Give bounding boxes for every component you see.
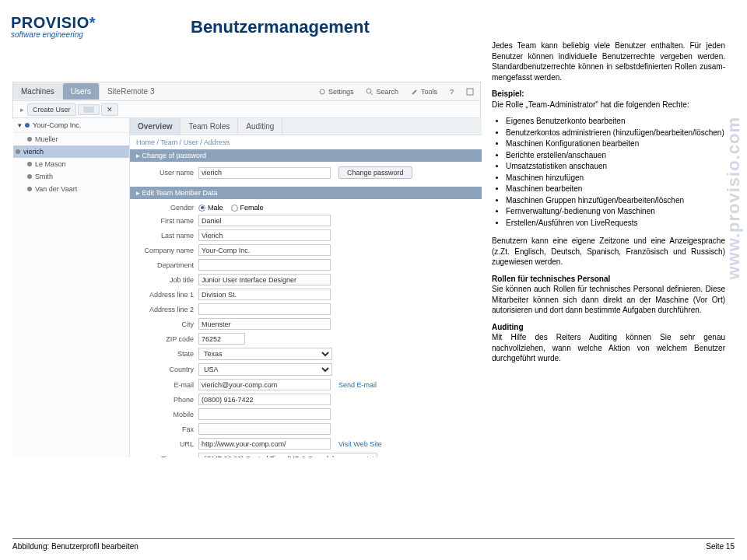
search-icon [366,88,374,96]
addr1-label: Address line 1 [136,291,198,299]
send-email-link[interactable]: Send E-mail [338,381,377,389]
intro-text: Jedes Team kann beliebig viele Benutzer … [492,40,725,82]
firstname-label: First name [136,217,198,225]
settings-link[interactable]: Settings [312,85,360,99]
timezone-text: Benutzern kann eine eigene Zeitzone und … [492,236,725,268]
footer-caption: Abbildung: Benutzerprofil bearbeiten [12,542,139,551]
roles-header: Rollen für technisches Personal [492,275,610,283]
sidebar-user-vierich[interactable]: vierich [13,145,129,158]
change-password-button[interactable]: Change password [338,166,412,179]
app-screenshot: Machines Users SiteRemote 3 Settings Sea… [12,82,481,119]
addr2-label: Address line 2 [136,306,198,313]
footer-page: Seite 15 [706,542,735,551]
tools-link[interactable]: Tools [405,85,444,99]
subtabs: Overview Team Roles Auditing [130,118,482,135]
svg-rect-3 [467,89,473,95]
radio-female[interactable] [231,205,238,212]
subtab-teamroles[interactable]: Team Roles [181,118,238,135]
list-item: Berichte erstellen/anschauen [506,150,725,161]
product-name: SiteRemote 3 [107,87,155,96]
url-input[interactable] [198,438,331,450]
state-select[interactable]: Texas [198,348,332,360]
svg-point-0 [320,89,324,94]
help-icon[interactable]: ? [444,85,460,99]
exit-icon[interactable] [460,85,480,99]
phone-label: Phone [136,396,198,404]
svg-line-2 [370,93,373,95]
auditing-header: Auditing [492,323,524,331]
top-tabbar: Machines Users SiteRemote 3 Settings Sea… [13,82,480,101]
city-label: City [136,320,198,328]
firstname-input[interactable] [198,215,331,226]
list-item: Maschinen Konfigurationen bearbeiten [506,138,725,149]
sidebar-user-mueller[interactable]: Mueller [13,133,129,145]
vertical-url: www.provisio.com [724,117,744,280]
radio-male[interactable] [198,205,205,212]
search-link[interactable]: Search [359,85,405,99]
zip-label: ZIP code [136,335,198,343]
jobtitle-input[interactable] [198,274,331,285]
sidebar-user-smith[interactable]: Smith [13,170,129,183]
city-input[interactable] [198,318,331,330]
logo-brand: PROVISIO* [11,14,96,32]
logo: PROVISIO* software engineering [11,14,96,39]
phone-input[interactable] [198,394,331,405]
username-input[interactable] [198,167,331,179]
company-input[interactable] [198,244,331,256]
country-select[interactable]: USA [198,363,332,376]
sidebar-user-lemason[interactable]: Le Mason [13,158,129,170]
addr2-input[interactable] [198,303,331,315]
jobtitle-label: Job title [136,276,198,284]
roles-text: Sie können auch Rollen für technisches P… [492,285,725,314]
action-bar: ▸ Create User ✕ [13,101,480,118]
tab-machines[interactable]: Machines [13,83,63,100]
timezone-select[interactable]: (GMT-06:00) Central Time (US & Canada) [198,453,377,457]
url-label: URL [136,440,198,448]
main-panel: Overview Team Roles Auditing Home / Team… [130,118,482,457]
sidebar-company[interactable]: ▾Your-Comp Inc. [13,118,129,133]
list-item: Maschinen hinzufügen [506,173,725,184]
description-column: Jedes Team kann beliebig viele Benutzer … [492,40,725,370]
wrench-icon [411,88,419,96]
list-item: Maschinen Gruppen hinzufügen/bearbeiten/… [506,195,725,206]
state-label: State [136,350,198,358]
logo-subtitle: software engineering [11,30,96,39]
department-input[interactable] [198,259,331,271]
email-input[interactable] [198,379,331,390]
country-label: Country [136,366,198,373]
mobile-input[interactable] [198,408,331,420]
username-label: User name [136,169,198,177]
subtab-auditing[interactable]: Auditing [238,118,282,135]
lastname-input[interactable] [198,229,331,241]
addr1-input[interactable] [198,289,331,300]
mobile-label: Mobile [136,411,198,418]
sidebar-user-vandervaart[interactable]: Van der Vaart [13,183,129,195]
fax-label: Fax [136,425,198,433]
company-label: Company name [136,247,198,254]
list-item: Benutzerkontos administrieren (hinzufüge… [506,128,725,138]
tab-users[interactable]: Users [63,83,100,100]
create-user-button[interactable]: Create User [27,103,76,116]
section-password: ▸ Change of password [130,149,482,162]
toolbar-btn-2[interactable]: ✕ [101,103,118,116]
list-item: Fernverwaltung/-bedienung von Maschinen [506,206,725,217]
list-item: Maschinen bearbeiten [506,184,725,194]
list-item: Eigenes Benutzerkonto bearbeiten [506,116,725,127]
zip-input[interactable] [198,333,245,345]
fax-input[interactable] [198,423,331,435]
rights-list: Eigenes Benutzerkonto bearbeiten Benutze… [506,116,725,228]
section-memberdata: ▸ Edit Team Member Data [130,187,482,199]
auditing-text: Mit Hilfe des Reiters Auditing können Si… [492,333,725,362]
expand-icon[interactable]: ▸ [18,106,26,114]
breadcrumb: Home / Team / User / Address [130,135,482,149]
lastname-label: Last name [136,232,198,240]
email-label: E-mail [136,381,198,389]
subtab-overview[interactable]: Overview [130,118,181,135]
toolbar-btn-1[interactable] [78,104,100,115]
gender-label: Gender [136,204,198,212]
example-text: Die Rolle „Team-Administrator" hat die f… [492,100,689,109]
visit-site-link[interactable]: Visit Web Site [338,440,382,448]
svg-rect-4 [83,107,94,113]
department-label: Department [136,261,198,269]
list-item: Erstellen/Ausführen von LiveRequests [506,218,725,229]
